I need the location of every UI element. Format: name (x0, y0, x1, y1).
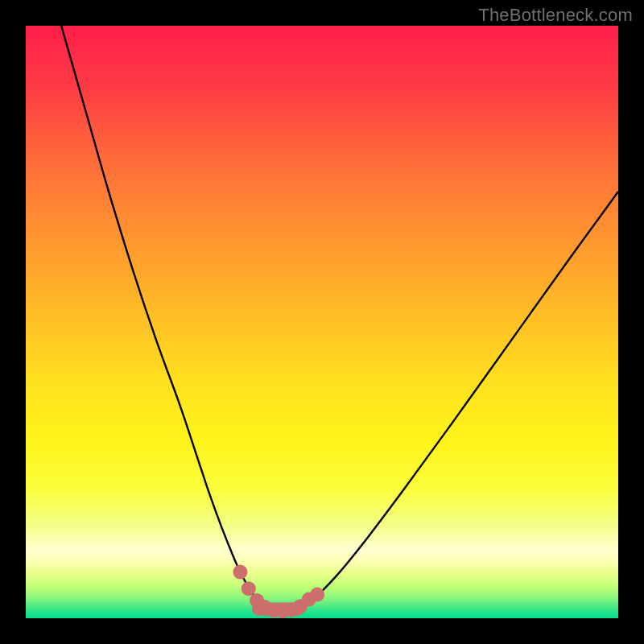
watermark-text: TheBottleneck.com (478, 5, 633, 26)
marker-dot (242, 581, 256, 596)
heat-gradient (26, 26, 618, 618)
marker-dot (310, 588, 324, 602)
outer-frame: TheBottleneck.com (0, 0, 644, 644)
chart-svg (26, 26, 618, 618)
plot-area (26, 26, 618, 618)
marker-dot (233, 565, 247, 580)
